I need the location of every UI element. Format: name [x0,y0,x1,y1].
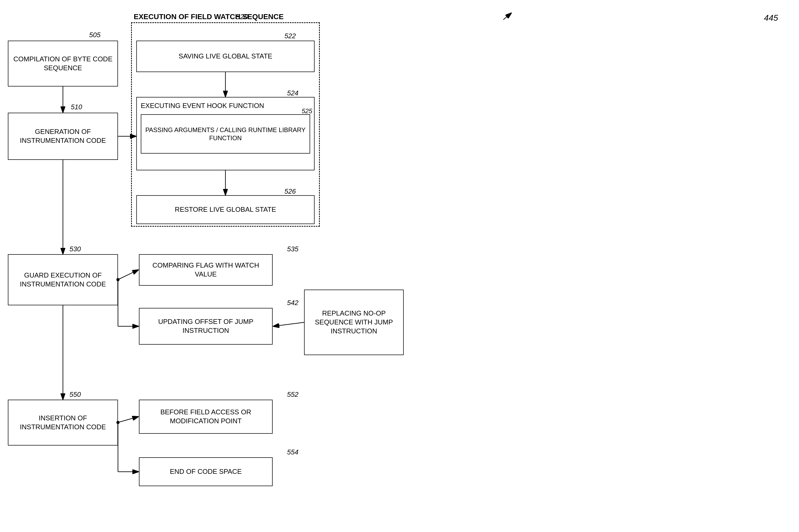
guard-box: GUARD EXECUTION OF INSTRUMENTATION CODE [8,254,118,305]
before-box: BEFORE FIELD ACCESS OR MODIFICATION POIN… [139,400,273,434]
diagram: 445 505 COMPILATION OF BYTE CODE SEQUENC… [0,0,799,532]
updating-box: UPDATING OFFSET OF JUMP INSTRUCTION [139,308,273,345]
executing-box: EXECUTING EVENT HOOK FUNCTION 525 PASSIN… [136,97,315,170]
ref-510: 510 [71,103,82,111]
svg-line-12 [118,417,138,422]
field-watch-title: EXECUTION OF FIELD WATCH SEQUENCE [134,13,284,21]
ref-526: 526 [284,187,296,195]
ref-524: 524 [287,89,298,97]
ref-554: 554 [287,448,298,456]
ref-542: 542 [287,299,298,307]
svg-line-7 [118,270,138,280]
ref-535: 535 [287,245,298,253]
passing-box: 525 PASSING ARGUMENTS / CALLING RUNTIME … [141,114,310,154]
ref-530: 530 [70,245,81,253]
field-watch-ref: 520 [236,13,248,21]
ref-445: 445 [764,13,778,23]
svg-line-11 [273,322,304,326]
end-box: END OF CODE SPACE [139,457,273,486]
replacing-box: REPLACING NO-OP SEQUENCE WITH JUMP INSTR… [304,290,404,355]
ref-522: 522 [284,32,296,40]
ref-505: 505 [89,31,100,39]
insertion-box: INSERTION OF INSTRUMENTATION CODE [8,400,118,445]
ref-550: 550 [70,391,81,399]
arrows [0,0,799,532]
compilation-box: COMPILATION OF BYTE CODE SEQUENCE [8,41,118,87]
restore-box: RESTORE LIVE GLOBAL STATE [136,195,315,224]
generation-box: GENERATION OF INSTRUMENTATION CODE [8,113,118,160]
saving-box: SAVING LIVE GLOBAL STATE [136,41,315,72]
ref-552: 552 [287,391,298,399]
comparing-box: COMPARING FLAG WITH WATCH VALUE [139,254,273,286]
